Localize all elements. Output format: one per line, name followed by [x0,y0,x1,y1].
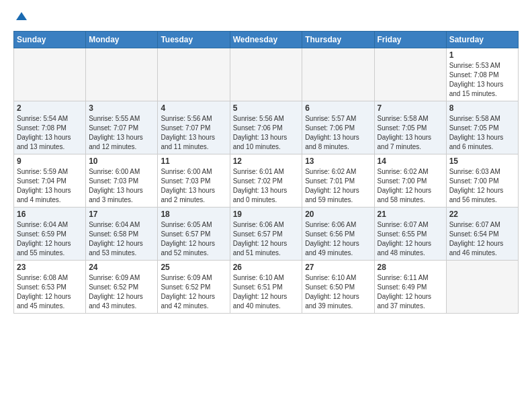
week-row-2: 2Sunrise: 5:54 AMSunset: 7:08 PMDaylight… [14,101,519,154]
page: SundayMondayTuesdayWednesdayThursdayFrid… [0,0,532,324]
day-number: 16 [17,210,83,219]
day-number: 2 [17,103,83,113]
day-info: Sunrise: 6:10 AMSunset: 6:50 PMDaylight:… [305,273,371,311]
day-info: Sunrise: 5:58 AMSunset: 7:05 PMDaylight:… [449,114,515,152]
weekday-header-tuesday: Tuesday [158,32,230,48]
calendar-cell: 19Sunrise: 6:06 AMSunset: 6:57 PMDayligh… [230,208,302,261]
day-number: 3 [89,103,154,113]
week-row-4: 16Sunrise: 6:04 AMSunset: 6:59 PMDayligh… [14,208,519,261]
day-number: 13 [305,156,371,166]
calendar-cell: 23Sunrise: 6:08 AMSunset: 6:53 PMDayligh… [14,261,86,314]
day-number: 25 [161,263,226,272]
day-info: Sunrise: 6:11 AMSunset: 6:49 PMDaylight:… [378,273,443,311]
day-info: Sunrise: 5:54 AMSunset: 7:08 PMDaylight:… [17,114,83,152]
day-info: Sunrise: 6:07 AMSunset: 6:54 PMDaylight:… [449,220,515,258]
day-info: Sunrise: 5:56 AMSunset: 7:07 PMDaylight:… [161,114,226,152]
day-info: Sunrise: 6:10 AMSunset: 6:51 PMDaylight:… [233,273,300,311]
calendar-cell: 11Sunrise: 6:00 AMSunset: 7:03 PMDayligh… [158,154,230,208]
calendar-cell [14,48,86,101]
day-number: 9 [17,156,83,166]
weekday-header-saturday: Saturday [446,32,518,48]
day-info: Sunrise: 6:05 AMSunset: 6:57 PMDaylight:… [161,220,226,258]
calendar-cell: 25Sunrise: 6:09 AMSunset: 6:52 PMDayligh… [158,261,230,314]
day-info: Sunrise: 6:06 AMSunset: 6:57 PMDaylight:… [233,220,300,258]
svg-marker-0 [16,12,27,20]
calendar-cell [446,261,518,314]
day-info: Sunrise: 6:00 AMSunset: 7:03 PMDaylight:… [161,167,226,205]
day-info: Sunrise: 6:02 AMSunset: 7:00 PMDaylight:… [378,167,443,205]
day-number: 6 [305,103,371,113]
day-number: 15 [449,156,515,166]
weekday-header-wednesday: Wednesday [230,32,302,48]
calendar-cell: 9Sunrise: 5:59 AMSunset: 7:04 PMDaylight… [14,154,86,208]
day-info: Sunrise: 6:04 AMSunset: 6:58 PMDaylight:… [89,220,154,258]
calendar-cell: 6Sunrise: 5:57 AMSunset: 7:06 PMDaylight… [302,101,374,154]
day-info: Sunrise: 6:09 AMSunset: 6:52 PMDaylight:… [161,273,226,311]
calendar-cell [86,48,158,101]
calendar-cell: 26Sunrise: 6:10 AMSunset: 6:51 PMDayligh… [230,261,302,314]
calendar-cell: 27Sunrise: 6:10 AMSunset: 6:50 PMDayligh… [302,261,374,314]
day-number: 5 [233,103,300,113]
day-number: 19 [233,210,300,219]
day-number: 23 [17,263,83,272]
week-row-1: 1Sunrise: 5:53 AMSunset: 7:08 PMDaylight… [14,48,519,101]
calendar-cell: 17Sunrise: 6:04 AMSunset: 6:58 PMDayligh… [86,208,158,261]
calendar-cell: 12Sunrise: 6:01 AMSunset: 7:02 PMDayligh… [230,154,302,208]
day-info: Sunrise: 6:09 AMSunset: 6:52 PMDaylight:… [89,273,154,311]
calendar-cell: 1Sunrise: 5:53 AMSunset: 7:08 PMDaylight… [446,48,518,101]
day-number: 11 [161,156,226,166]
day-number: 4 [161,103,226,113]
day-number: 10 [89,156,154,166]
calendar-cell: 7Sunrise: 5:58 AMSunset: 7:05 PMDaylight… [374,101,446,154]
weekday-header-thursday: Thursday [302,32,374,48]
weekday-header-friday: Friday [374,32,446,48]
calendar-cell: 8Sunrise: 5:58 AMSunset: 7:05 PMDaylight… [446,101,518,154]
day-info: Sunrise: 6:06 AMSunset: 6:56 PMDaylight:… [305,220,371,258]
calendar-cell [374,48,446,101]
calendar-cell: 18Sunrise: 6:05 AMSunset: 6:57 PMDayligh… [158,208,230,261]
calendar-cell: 28Sunrise: 6:11 AMSunset: 6:49 PMDayligh… [374,261,446,314]
day-info: Sunrise: 5:58 AMSunset: 7:05 PMDaylight:… [378,114,443,152]
day-number: 28 [378,263,443,272]
header [13,11,519,26]
day-info: Sunrise: 6:04 AMSunset: 6:59 PMDaylight:… [17,220,83,258]
day-number: 17 [89,210,154,219]
day-number: 21 [378,210,443,219]
day-info: Sunrise: 6:02 AMSunset: 7:01 PMDaylight:… [305,167,371,205]
calendar-table: SundayMondayTuesdayWednesdayThursdayFrid… [13,31,519,314]
calendar-cell: 15Sunrise: 6:03 AMSunset: 7:00 PMDayligh… [446,154,518,208]
day-info: Sunrise: 5:57 AMSunset: 7:06 PMDaylight:… [305,114,371,152]
day-info: Sunrise: 6:07 AMSunset: 6:55 PMDaylight:… [378,220,443,258]
day-number: 27 [305,263,371,272]
calendar-cell [158,48,230,101]
calendar-cell: 13Sunrise: 6:02 AMSunset: 7:01 PMDayligh… [302,154,374,208]
calendar-cell: 22Sunrise: 6:07 AMSunset: 6:54 PMDayligh… [446,208,518,261]
day-number: 24 [89,263,154,272]
day-number: 8 [449,103,515,113]
day-number: 22 [449,210,515,219]
day-info: Sunrise: 5:53 AMSunset: 7:08 PMDaylight:… [449,61,515,99]
weekday-header-row: SundayMondayTuesdayWednesdayThursdayFrid… [14,32,519,48]
calendar-cell: 20Sunrise: 6:06 AMSunset: 6:56 PMDayligh… [302,208,374,261]
day-number: 7 [378,103,443,113]
day-number: 14 [378,156,443,166]
calendar-cell: 10Sunrise: 6:00 AMSunset: 7:03 PMDayligh… [86,154,158,208]
day-info: Sunrise: 5:56 AMSunset: 7:06 PMDaylight:… [233,114,300,152]
day-info: Sunrise: 6:08 AMSunset: 6:53 PMDaylight:… [17,273,83,311]
day-info: Sunrise: 6:01 AMSunset: 7:02 PMDaylight:… [233,167,300,205]
calendar-cell: 2Sunrise: 5:54 AMSunset: 7:08 PMDaylight… [14,101,86,154]
logo-icon [15,11,28,24]
calendar-cell: 21Sunrise: 6:07 AMSunset: 6:55 PMDayligh… [374,208,446,261]
week-row-3: 9Sunrise: 5:59 AMSunset: 7:04 PMDaylight… [14,154,519,208]
day-info: Sunrise: 5:59 AMSunset: 7:04 PMDaylight:… [17,167,83,205]
day-info: Sunrise: 6:03 AMSunset: 7:00 PMDaylight:… [449,167,515,205]
logo [13,11,28,26]
weekday-header-sunday: Sunday [14,32,86,48]
day-number: 1 [449,50,515,60]
day-info: Sunrise: 6:00 AMSunset: 7:03 PMDaylight:… [89,167,154,205]
day-number: 20 [305,210,371,219]
calendar-cell: 5Sunrise: 5:56 AMSunset: 7:06 PMDaylight… [230,101,302,154]
day-info: Sunrise: 5:55 AMSunset: 7:07 PMDaylight:… [89,114,154,152]
calendar-cell [302,48,374,101]
calendar-cell: 4Sunrise: 5:56 AMSunset: 7:07 PMDaylight… [158,101,230,154]
